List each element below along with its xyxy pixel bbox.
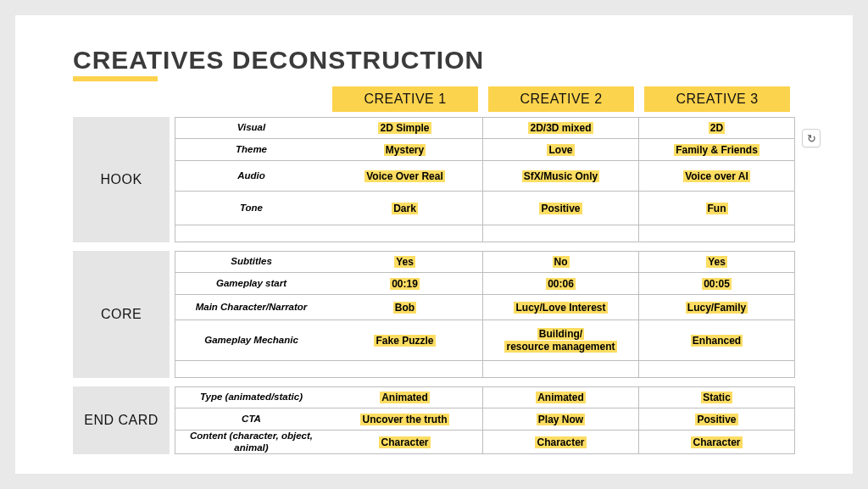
table-cell: Character xyxy=(483,431,639,454)
section-label: CORE xyxy=(73,251,170,378)
column-header: CREATIVE 3 xyxy=(644,86,790,112)
table-cell: 00:05 xyxy=(639,273,795,295)
table-cell: Fun xyxy=(639,192,795,225)
section-label: HOOK xyxy=(73,117,170,242)
refresh-icon[interactable]: ↻ xyxy=(802,129,821,147)
row-label: Tone xyxy=(175,192,327,225)
table-cell: Enhanced xyxy=(639,320,795,361)
row-label: Audio xyxy=(175,161,327,192)
table-cell: Building/resource management xyxy=(483,320,639,361)
table-cell: Positive xyxy=(483,192,639,225)
table-cell: Uncover the truth xyxy=(327,408,483,431)
column-header: CREATIVE 1 xyxy=(332,86,478,112)
table-cell: 00:06 xyxy=(483,273,639,295)
table-cell: Dark xyxy=(327,192,483,225)
table-cell: Bob xyxy=(327,295,483,320)
row-label: Type (animated/static) xyxy=(175,386,327,408)
row-label: Content (character, object, animal) xyxy=(175,431,327,454)
table-cell: Yes xyxy=(327,251,483,273)
title-underline xyxy=(73,76,158,81)
table-cell: Mystery xyxy=(327,139,483,161)
table-cell: Animated xyxy=(327,386,483,408)
table-cell: Voice over AI xyxy=(639,161,795,192)
table-cell: SfX/Music Only xyxy=(483,161,639,192)
row-label: Gameplay start xyxy=(175,273,327,295)
row-label: Subtitles xyxy=(175,251,327,273)
table-cell: Love xyxy=(483,139,639,161)
table-cell: Lucy/Love Interest xyxy=(483,295,639,320)
table-cell: Animated xyxy=(483,386,639,408)
table-cell: 00:19 xyxy=(327,273,483,295)
row-label: Visual xyxy=(175,117,327,139)
table-cell: Fake Puzzle xyxy=(327,320,483,361)
table-cell: Yes xyxy=(639,251,795,273)
table-cell: Play Now xyxy=(483,408,639,431)
row-label: Theme xyxy=(175,139,327,161)
table-cell: 2D/3D mixed xyxy=(483,117,639,139)
table-cell: Voice Over Real xyxy=(327,161,483,192)
column-header: CREATIVE 2 xyxy=(488,86,634,112)
table-cell: Family & Friends xyxy=(639,139,795,161)
row-label: CTA xyxy=(175,408,327,431)
slide: CREATIVES DECONSTRUCTION CREATIVE 1CREAT… xyxy=(15,15,853,474)
page-title: CREATIVES DECONSTRUCTION xyxy=(73,46,795,75)
table-cell: No xyxy=(483,251,639,273)
row-label: Gameplay Mechanic xyxy=(175,320,327,361)
table-cell: Positive xyxy=(639,408,795,431)
row-label: Main Character/Narrator xyxy=(175,295,327,320)
table-cell: Lucy/Family xyxy=(639,295,795,320)
section-label: END CARD xyxy=(73,386,170,454)
table-cell: Character xyxy=(639,431,795,454)
table-cell: Character xyxy=(327,431,483,454)
table-cell: 2D xyxy=(639,117,795,139)
table-cell: Static xyxy=(639,386,795,408)
table-cell: 2D Simple xyxy=(327,117,483,139)
comparison-table: CREATIVE 1CREATIVE 2CREATIVE 3HOOKVisual… xyxy=(73,86,795,454)
